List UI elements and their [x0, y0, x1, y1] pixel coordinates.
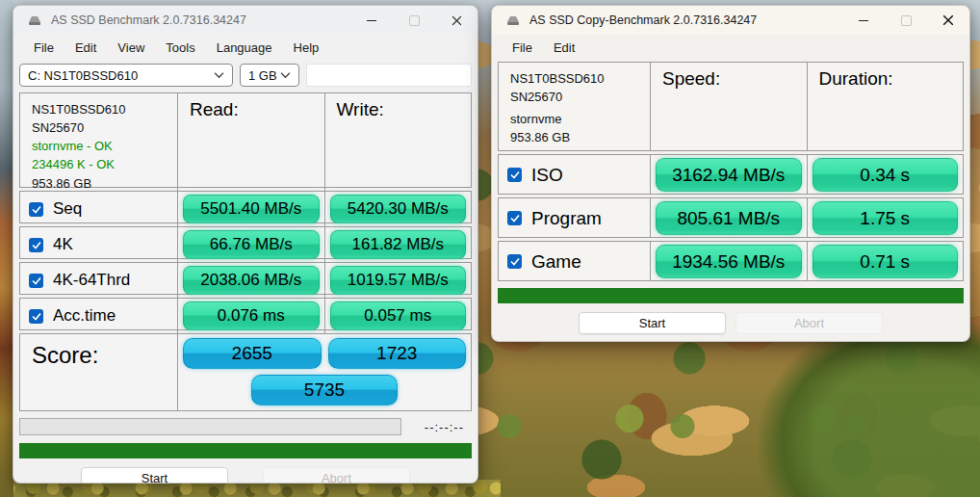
- start-button[interactable]: Start: [579, 312, 726, 334]
- acctime-write-result: 0.057 ms: [330, 301, 467, 330]
- progress-bar: [19, 418, 401, 435]
- table-row-acctime: Acc.time 0.076 ms 0.057 ms: [19, 298, 472, 330]
- score-row: Score: 2655 1723 5735: [19, 333, 472, 411]
- maximize-icon[interactable]: [393, 6, 435, 35]
- driver-name: stornvme: [510, 110, 650, 128]
- 4k-checkbox[interactable]: [29, 238, 43, 252]
- drive-serial: SN25670: [32, 118, 177, 137]
- status-bar: [498, 288, 964, 303]
- iso-checkbox[interactable]: [507, 168, 522, 182]
- abort-button[interactable]: Abort: [735, 312, 883, 334]
- acctime-checkbox[interactable]: [29, 309, 43, 324]
- duration-column-header: Duration:: [807, 63, 964, 150]
- drive-name: NS1T0BSSD610: [510, 69, 650, 88]
- minimize-icon[interactable]: [842, 6, 885, 35]
- chevron-down-icon: [214, 71, 224, 79]
- start-button[interactable]: Start: [81, 467, 228, 484]
- table-row-4k64: 4K-64Thrd 2038.06 MB/s 1019.57 MB/s: [19, 262, 472, 295]
- chevron-down-icon: [280, 71, 291, 79]
- checkmark-icon: [510, 170, 520, 179]
- seq-checkbox[interactable]: [29, 202, 43, 217]
- 4k64-write-result: 1019.57 MB/s: [330, 266, 467, 295]
- checkmark-icon: [510, 257, 520, 266]
- app-icon: [505, 13, 521, 28]
- score-label: Score:: [20, 334, 177, 410]
- 4k64-checkbox[interactable]: [29, 274, 43, 288]
- 4k-read-result: 66.76 MB/s: [183, 230, 320, 259]
- window-title: AS SSD Copy-Benchmark 2.0.7316.34247: [529, 13, 757, 27]
- drive-info: NS1T0BSSD610 SN25670 stornvme 953.86 GB: [499, 63, 650, 150]
- menu-file[interactable]: File: [23, 38, 64, 58]
- copy-benchmark-window: AS SSD Copy-Benchmark 2.0.7316.34247 Fil…: [491, 5, 970, 342]
- write-score: 1723: [328, 338, 467, 369]
- row-label: 4K-64Thrd: [53, 271, 130, 290]
- titlebar[interactable]: AS SSD Copy-Benchmark 2.0.7316.34247: [492, 6, 969, 35]
- drive-info: NS1T0BSSD610 SN25670 stornvme - OK 23449…: [20, 93, 177, 193]
- row-label: Acc.time: [53, 306, 116, 326]
- close-icon[interactable]: [927, 6, 969, 35]
- program-duration-result: 1.75 s: [812, 201, 959, 235]
- program-speed-result: 805.61 MB/s: [656, 201, 802, 235]
- table-row-seq: Seq 5501.40 MB/s 5420.30 MB/s: [19, 191, 472, 223]
- background-sky-mountain: [0, 0, 13, 497]
- titlebar[interactable]: AS SSD Benchmark 2.0.7316.34247: [13, 6, 477, 35]
- iso-duration-result: 0.34 s: [812, 158, 959, 192]
- drive-info-row: NS1T0BSSD610 SN25670 stornvme 953.86 GB …: [498, 62, 964, 151]
- table-row-game: Game 1934.56 MB/s 0.71 s: [498, 241, 964, 281]
- menu-file[interactable]: File: [502, 38, 543, 58]
- app-icon: [27, 13, 42, 28]
- game-speed-result: 1934.56 MB/s: [656, 245, 802, 278]
- acctime-read-result: 0.076 ms: [183, 301, 320, 330]
- seq-write-result: 5420.30 MB/s: [330, 195, 467, 223]
- table-row-iso: ISO 3162.94 MB/s 0.34 s: [498, 154, 964, 195]
- menu-view[interactable]: View: [107, 38, 155, 58]
- drive-serial: SN25670: [510, 88, 650, 106]
- test-size-select[interactable]: 1 GB: [240, 64, 299, 87]
- drive-capacity: 953.86 GB: [510, 128, 650, 146]
- seq-read-result: 5501.40 MB/s: [183, 195, 320, 223]
- menu-edit[interactable]: Edit: [64, 38, 107, 58]
- drive-select[interactable]: C: NS1T0BSSD610: [19, 64, 233, 87]
- read-score: 2655: [183, 338, 322, 369]
- checkmark-icon: [510, 214, 520, 222]
- row-label: 4K: [53, 235, 73, 254]
- checkmark-icon: [32, 241, 41, 249]
- close-icon[interactable]: [435, 6, 477, 35]
- write-column-header: Write:: [324, 93, 472, 193]
- abort-button[interactable]: Abort: [263, 467, 410, 484]
- minimize-icon[interactable]: [350, 6, 393, 35]
- table-row-program: Program 805.61 MB/s 1.75 s: [498, 197, 964, 238]
- drive-info-row: NS1T0BSSD610 SN25670 stornvme - OK 23449…: [19, 92, 472, 188]
- 4k64-read-result: 2038.06 MB/s: [183, 266, 320, 295]
- alignment-status: 234496 K - OK: [32, 155, 177, 173]
- test-size-value: 1 GB: [248, 68, 277, 83]
- maximize-icon[interactable]: [885, 6, 927, 35]
- game-duration-result: 0.71 s: [812, 245, 959, 278]
- status-bar: [19, 443, 472, 458]
- row-label: Seq: [53, 199, 82, 219]
- checkmark-icon: [32, 205, 41, 214]
- total-score: 5735: [251, 375, 398, 405]
- menu-edit[interactable]: Edit: [543, 38, 585, 58]
- status-text-box: [306, 64, 472, 87]
- row-label: Game: [531, 251, 581, 273]
- game-checkbox[interactable]: [507, 254, 522, 269]
- program-checkbox[interactable]: [507, 211, 522, 225]
- row-label: Program: [531, 208, 602, 229]
- drive-select-value: C: NS1T0BSSD610: [28, 68, 138, 83]
- menu-bar: File Edit View Tools Language Help: [13, 35, 477, 62]
- menu-language[interactable]: Language: [206, 38, 283, 58]
- menu-bar: File Edit: [492, 35, 969, 62]
- 4k-write-result: 161.82 MB/s: [330, 230, 467, 259]
- row-label: ISO: [531, 165, 563, 186]
- drive-name: NS1T0BSSD610: [32, 100, 177, 118]
- elapsed-time: --:--:--: [425, 420, 464, 434]
- read-column-header: Read:: [177, 93, 324, 193]
- menu-tools[interactable]: Tools: [155, 38, 205, 58]
- table-row-4k: 4K 66.76 MB/s 161.82 MB/s: [19, 226, 472, 259]
- menu-help[interactable]: Help: [283, 38, 330, 58]
- iso-speed-result: 3162.94 MB/s: [656, 158, 802, 192]
- speed-column-header: Speed:: [650, 63, 807, 150]
- checkmark-icon: [32, 312, 41, 321]
- checkmark-icon: [32, 276, 41, 285]
